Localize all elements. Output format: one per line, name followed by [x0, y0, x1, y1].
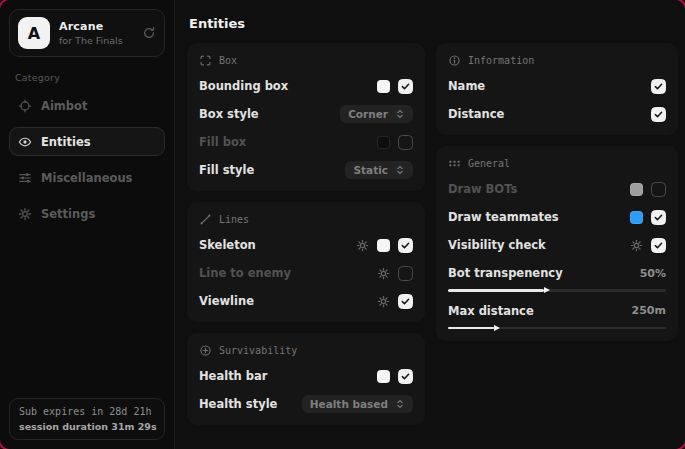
row-label: Health style — [199, 397, 277, 411]
draw-bots-checkbox[interactable] — [651, 182, 666, 197]
sidebar-nav: Aimbot Entities Miscellaneous Settings — [9, 91, 165, 228]
sidebar-item-label: Miscellaneous — [41, 171, 132, 185]
bot-transparency-group: Bot transpenency 50% — [448, 264, 666, 292]
panel-survivability: Survivability Health bar Health style He… — [187, 333, 425, 425]
draw-teammates-color-swatch[interactable] — [630, 211, 643, 224]
row-label: Draw BOTs — [448, 182, 517, 196]
visibility-settings-gear-icon[interactable] — [630, 239, 643, 252]
row-label: Distance — [448, 107, 504, 121]
bounding-box-checkbox[interactable] — [398, 79, 413, 94]
row-draw-teammates: Draw teammates — [448, 208, 666, 226]
max-distance-group: Max distance 250m — [448, 302, 666, 330]
logo-letter: A — [28, 24, 40, 43]
panel-survivability-header: Survivability — [199, 344, 413, 357]
brand-title: Arcane — [59, 20, 133, 33]
health-bar-color-swatch[interactable] — [377, 370, 390, 383]
row-label: Visibility check — [448, 238, 546, 252]
line-icon — [199, 213, 212, 226]
chevron-updown-icon — [395, 109, 405, 119]
dropdown-value: Corner — [348, 108, 388, 120]
row-label: Fill box — [199, 135, 246, 149]
row-label: Max distance — [448, 304, 534, 318]
row-draw-bots: Draw BOTs — [448, 180, 666, 198]
brand-card: A Arcane for The Finals — [9, 9, 165, 57]
general-grid-icon — [448, 157, 461, 170]
slider-fill — [448, 327, 494, 330]
panel-title: Lines — [219, 214, 249, 225]
panel-lines-header: Lines — [199, 213, 413, 226]
subscription-card: Sub expires in 28d 21h session duration … — [9, 398, 165, 440]
box-brackets-icon — [199, 54, 212, 67]
information-icon — [448, 54, 461, 67]
row-fill-style: Fill style Static — [199, 161, 413, 179]
row-skeleton: Skeleton — [199, 236, 413, 254]
bot-transparency-slider[interactable] — [448, 289, 666, 292]
app-window: A Arcane for The Finals Category Aimbot … — [0, 0, 685, 449]
skeleton-checkbox[interactable] — [398, 238, 413, 253]
sliders-icon — [18, 171, 32, 185]
session-duration-text: session duration 31m 29s — [19, 421, 155, 432]
distance-checkbox[interactable] — [651, 107, 666, 122]
row-label: Bot transpenency — [448, 266, 563, 280]
check-icon — [400, 296, 411, 307]
panel-box-header: Box — [199, 54, 413, 67]
check-icon — [653, 240, 664, 251]
fill-box-color-swatch[interactable] — [377, 136, 390, 149]
row-label: Bounding box — [199, 79, 288, 93]
viewline-checkbox[interactable] — [398, 294, 413, 309]
skeleton-color-swatch[interactable] — [377, 239, 390, 252]
panel-information: Information Name Distance — [436, 43, 678, 135]
sidebar-item-entities[interactable]: Entities — [9, 127, 165, 156]
panel-box: Box Bounding box Box style Corner — [187, 43, 425, 191]
row-name: Name — [448, 77, 666, 95]
refresh-icon[interactable] — [142, 26, 156, 40]
line-to-enemy-settings-gear-icon[interactable] — [377, 267, 390, 280]
brand-text: Arcane for The Finals — [59, 20, 133, 46]
row-label: Draw teammates — [448, 210, 559, 224]
chevron-updown-icon — [395, 165, 405, 175]
gear-icon — [18, 207, 32, 221]
dropdown-value: Static — [353, 164, 388, 176]
check-icon — [400, 371, 411, 382]
sidebar: A Arcane for The Finals Category Aimbot … — [0, 0, 175, 449]
health-style-dropdown[interactable]: Health based — [302, 395, 413, 413]
row-health-bar: Health bar — [199, 367, 413, 385]
viewline-settings-gear-icon[interactable] — [377, 295, 390, 308]
line-to-enemy-checkbox[interactable] — [398, 266, 413, 281]
row-fill-box: Fill box — [199, 133, 413, 151]
panel-title: Box — [219, 55, 237, 66]
sidebar-item-label: Settings — [41, 207, 95, 221]
panel-title: Survivability — [219, 345, 297, 356]
panel-lines: Lines Skeleton Line to enemy — [187, 202, 425, 322]
main-content: Entities Box Bounding box — [175, 0, 685, 449]
dropdown-value: Health based — [310, 398, 388, 410]
crosshair-icon — [18, 99, 32, 113]
row-label: Viewline — [199, 294, 254, 308]
sidebar-item-aimbot[interactable]: Aimbot — [9, 91, 165, 120]
skeleton-settings-gear-icon[interactable] — [356, 239, 369, 252]
row-health-style: Health style Health based — [199, 395, 413, 413]
fill-style-dropdown[interactable]: Static — [345, 161, 413, 179]
right-column: Information Name Distance — [436, 43, 678, 341]
survivability-icon — [199, 344, 212, 357]
fill-box-checkbox[interactable] — [398, 135, 413, 150]
visibility-check-checkbox[interactable] — [651, 238, 666, 253]
box-style-dropdown[interactable]: Corner — [340, 105, 413, 123]
bounding-box-color-swatch[interactable] — [377, 80, 390, 93]
sidebar-item-miscellaneous[interactable]: Miscellaneous — [9, 163, 165, 192]
row-box-style: Box style Corner — [199, 105, 413, 123]
app-logo: A — [18, 17, 50, 49]
sidebar-item-label: Aimbot — [41, 99, 87, 113]
row-max-distance: Max distance 250m — [448, 302, 666, 320]
slider-fill — [448, 289, 544, 292]
health-bar-checkbox[interactable] — [398, 369, 413, 384]
draw-teammates-checkbox[interactable] — [651, 210, 666, 225]
draw-bots-color-swatch[interactable] — [630, 183, 643, 196]
panel-information-header: Information — [448, 54, 666, 67]
sidebar-item-settings[interactable]: Settings — [9, 199, 165, 228]
row-label: Name — [448, 79, 485, 93]
max-distance-slider[interactable] — [448, 327, 666, 330]
name-checkbox[interactable] — [651, 79, 666, 94]
panel-general-header: General — [448, 157, 666, 170]
page-title: Entities — [189, 16, 678, 31]
